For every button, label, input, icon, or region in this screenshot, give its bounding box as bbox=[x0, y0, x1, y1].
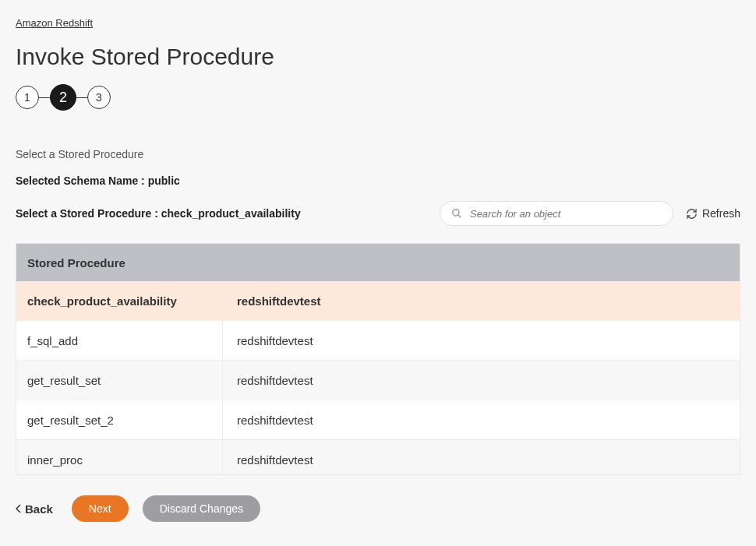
step-1[interactable]: 1 bbox=[16, 86, 39, 109]
svg-line-1 bbox=[458, 215, 461, 218]
search-input[interactable] bbox=[470, 208, 662, 220]
procedure-db-cell: redshiftdevtest bbox=[223, 281, 740, 320]
procedure-db-cell: redshiftdevtest bbox=[223, 361, 740, 400]
discard-button[interactable]: Discard Changes bbox=[143, 495, 260, 522]
back-label: Back bbox=[25, 502, 53, 516]
step-2[interactable]: 2 bbox=[50, 84, 76, 111]
procedure-db-cell: redshiftdevtest bbox=[223, 321, 740, 360]
table-row[interactable]: get_result_set_2redshiftdevtest bbox=[16, 400, 740, 440]
svg-point-0 bbox=[453, 210, 459, 216]
step-connector bbox=[76, 97, 87, 98]
selected-procedure-label: Select a Stored Procedure : check_produc… bbox=[16, 207, 301, 220]
table-body[interactable]: check_product_availabilityredshiftdevtes… bbox=[16, 281, 740, 474]
procedure-name-cell: get_result_set bbox=[16, 361, 223, 400]
section-label: Select a Stored Procedure bbox=[16, 148, 740, 160]
refresh-icon bbox=[686, 208, 698, 220]
table-row[interactable]: get_result_setredshiftdevtest bbox=[16, 361, 740, 400]
step-connector bbox=[39, 97, 50, 98]
back-button[interactable]: Back bbox=[16, 502, 58, 516]
table-header: Stored Procedure bbox=[16, 244, 740, 281]
table-row[interactable]: inner_procredshiftdevtest bbox=[16, 440, 740, 474]
footer: Back Next Discard Changes bbox=[16, 495, 740, 522]
procedure-name-cell: check_product_availability bbox=[16, 281, 223, 320]
procedure-name-cell: get_result_set_2 bbox=[16, 400, 223, 439]
page-title: Invoke Stored Procedure bbox=[16, 44, 740, 70]
table-row[interactable]: check_product_availabilityredshiftdevtes… bbox=[16, 281, 740, 321]
procedure-name-cell: inner_proc bbox=[16, 440, 223, 474]
stepper: 1 2 3 bbox=[16, 84, 740, 111]
step-3[interactable]: 3 bbox=[87, 86, 111, 109]
procedure-table: Stored Procedure check_product_availabil… bbox=[16, 243, 740, 475]
procedure-name-cell: f_sql_add bbox=[16, 321, 223, 360]
search-box[interactable] bbox=[440, 201, 673, 226]
breadcrumb[interactable]: Amazon Redshift bbox=[16, 17, 93, 29]
chevron-left-icon bbox=[16, 504, 22, 513]
next-button[interactable]: Next bbox=[72, 495, 129, 522]
refresh-button[interactable]: Refresh bbox=[686, 207, 740, 220]
refresh-label: Refresh bbox=[702, 207, 740, 220]
table-row[interactable]: f_sql_addredshiftdevtest bbox=[16, 321, 740, 361]
procedure-db-cell: redshiftdevtest bbox=[223, 400, 740, 439]
selected-schema: Selected Schema Name : public bbox=[16, 174, 740, 187]
search-icon bbox=[451, 208, 462, 219]
procedure-db-cell: redshiftdevtest bbox=[223, 440, 740, 474]
